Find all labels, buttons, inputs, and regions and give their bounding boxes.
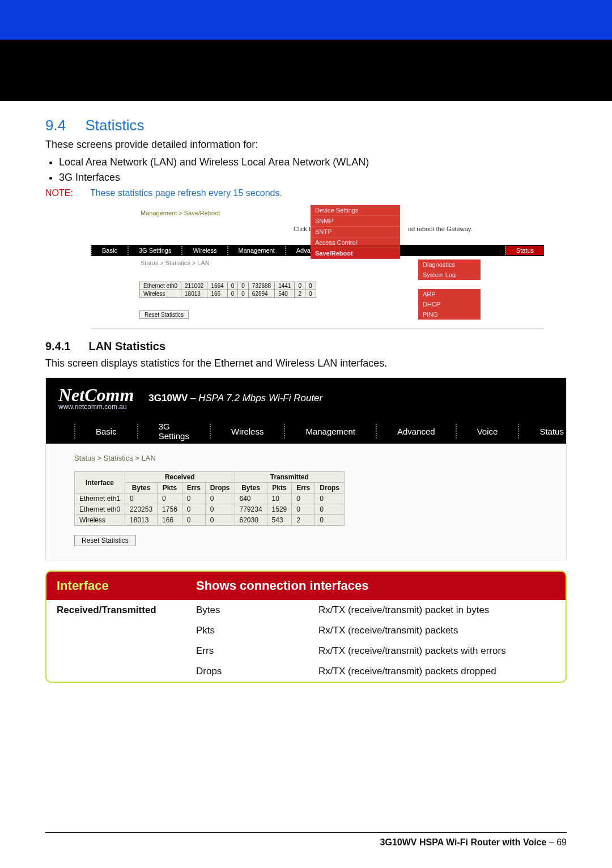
- note: NOTE: These statistics page refresh ever…: [45, 188, 567, 198]
- cell: 779234: [235, 504, 267, 515]
- cell: 0: [205, 493, 235, 504]
- reboot-tail-text: nd reboot the Gateway.: [408, 225, 473, 232]
- menu-item[interactable]: PING: [418, 309, 481, 320]
- nav-item-management[interactable]: Management: [284, 424, 376, 439]
- nav-item-basic[interactable]: Basic: [74, 424, 137, 439]
- cell: 543: [267, 515, 292, 526]
- cell: 0: [315, 504, 345, 515]
- cell: 18013: [181, 290, 207, 298]
- nav-item-advanced[interactable]: Advanced: [376, 424, 456, 439]
- cell: 0: [305, 290, 316, 298]
- router-body: Status > Statistics > LAN Interface Rece…: [46, 444, 566, 560]
- nav-item-wireless[interactable]: Wireless: [181, 246, 227, 255]
- table-row: Ethernet eth1 0 0 0 0 640 10 0 0: [75, 493, 345, 504]
- note-label: NOTE:: [45, 188, 73, 198]
- cell: 732688: [248, 282, 274, 290]
- subsection-text: This screen displays statistics for the …: [45, 358, 567, 369]
- nav-item-wireless[interactable]: Wireless: [210, 424, 284, 439]
- menu-item-active[interactable]: Save/Reboot: [311, 248, 400, 259]
- nav-item-management[interactable]: Management: [227, 246, 285, 255]
- desc-head-interface: Interface: [46, 572, 186, 600]
- desc-key: Pkts: [186, 620, 308, 641]
- footer-sep: –: [546, 837, 556, 847]
- breadcrumb: Status > Statistics > LAN: [74, 454, 566, 462]
- reset-statistics-button[interactable]: Reset Statistics: [74, 535, 136, 546]
- table-row: Ethernet eth0 211002 1664 0 0 732688 144…: [140, 282, 316, 290]
- menu-item[interactable]: ARP: [418, 289, 481, 299]
- cell: Wireless: [75, 515, 125, 526]
- status-menu: Diagnostics System Log: [418, 259, 481, 280]
- nav-item-status[interactable]: Status: [505, 246, 544, 255]
- table-row: Wireless 18013 166 0 0 62030 543 2 0: [75, 515, 345, 526]
- cell: 0: [182, 504, 205, 515]
- desc-key: Errs: [186, 641, 308, 661]
- menu-item[interactable]: DHCP: [418, 299, 481, 309]
- cell: 0: [182, 515, 205, 526]
- screenshot-lan-statistics: NetComm www.netcomm.com.au 3G10WV – HSPA…: [45, 377, 567, 560]
- col-drops: Drops: [315, 483, 345, 493]
- cell: 18013: [125, 515, 158, 526]
- cell: 640: [235, 493, 267, 504]
- menu-item[interactable]: Diagnostics: [418, 259, 481, 270]
- nav-item-voice[interactable]: Voice: [456, 424, 518, 439]
- menu-item[interactable]: Access Control: [311, 237, 400, 248]
- cell: 62030: [235, 515, 267, 526]
- menu-item[interactable]: SNTP: [311, 227, 400, 237]
- cell: 0: [238, 290, 249, 298]
- logo-block: NetComm www.netcomm.com.au: [58, 386, 134, 411]
- section-heading: 9.4 Statistics: [45, 117, 567, 134]
- breadcrumb: Management > Save/Reboot: [141, 210, 220, 216]
- reset-statistics-button[interactable]: Reset Statistics: [139, 310, 189, 319]
- footer-page: 69: [556, 837, 567, 847]
- subsection-title: LAN Statistics: [88, 340, 165, 352]
- table-header-row: Interface Received Transmitted: [75, 472, 345, 483]
- col-bytes: Bytes: [125, 483, 158, 493]
- cell: 0: [295, 282, 305, 290]
- cell: 0: [238, 282, 249, 290]
- subsection-heading: 9.4.1 LAN Statistics: [45, 340, 567, 353]
- nav-item-3g[interactable]: 3G Settings: [128, 246, 181, 255]
- cell: 166: [207, 290, 227, 298]
- cell: 1529: [267, 504, 292, 515]
- menu-item[interactable]: System Log: [418, 270, 481, 280]
- desc-val: Rx/TX (receive/transmit) packets dropped: [308, 661, 566, 682]
- product-desc: – HSPA 7.2 Mbps Wi-Fi Router: [188, 393, 322, 403]
- desc-val: Rx/TX (receive/transmit) packets with er…: [308, 641, 566, 661]
- desc-key: Drops: [186, 661, 308, 682]
- management-menu: Device Settings SNMP SNTP Access Control…: [311, 205, 400, 259]
- cell: 0: [205, 504, 235, 515]
- header-blue-bar: [0, 0, 612, 40]
- table-row: Wireless 18013 166 0 0 62894 540 2 0: [140, 290, 316, 298]
- document-page: 9.4 Statistics These screens provide det…: [0, 0, 612, 868]
- desc-header-row: Interface Shows connection interfaces: [46, 572, 566, 600]
- nav-item-status[interactable]: Status: [518, 424, 584, 439]
- cell: 0: [305, 282, 316, 290]
- col-received: Received: [125, 472, 235, 483]
- router-header: NetComm www.netcomm.com.au 3G10WV – HSPA…: [46, 378, 566, 419]
- col-drops: Drops: [205, 483, 235, 493]
- desc-label: Received/Transmitted: [46, 600, 186, 682]
- menu-item[interactable]: SNMP: [311, 216, 400, 227]
- cell: 1664: [207, 282, 227, 290]
- cell: Wireless: [140, 290, 181, 298]
- description-table: Interface Shows connection interfaces Re…: [45, 571, 567, 683]
- subsection-number: 9.4.1: [45, 340, 86, 353]
- table-row: Ethernet eth0 223253 1756 0 0 779234 152…: [75, 504, 345, 515]
- cell: 1756: [158, 504, 182, 515]
- cell: Ethernet eth0: [75, 504, 125, 515]
- intro-text: These screens provide detailed informati…: [45, 139, 567, 151]
- screenshot-save-reboot: Management > Save/Reboot Click the nd re…: [91, 205, 544, 329]
- nav-item-3g[interactable]: 3G Settings: [137, 424, 210, 439]
- cell: 0: [315, 515, 345, 526]
- cell: 2: [292, 515, 315, 526]
- desc-key: Bytes: [186, 600, 308, 620]
- cell: 0: [205, 515, 235, 526]
- status-submenu: ARP DHCP PING: [418, 289, 481, 320]
- note-text: These statistics page refresh every 15 s…: [90, 188, 282, 198]
- nav-item-basic[interactable]: Basic: [91, 246, 128, 255]
- cell: 540: [275, 290, 295, 298]
- desc-head-shows: Shows connection interfaces: [186, 572, 566, 600]
- menu-item[interactable]: Device Settings: [311, 205, 400, 216]
- product-model: 3G10WV: [148, 393, 188, 403]
- desc-val: Rx/TX (receive/transmit) packets: [308, 620, 566, 641]
